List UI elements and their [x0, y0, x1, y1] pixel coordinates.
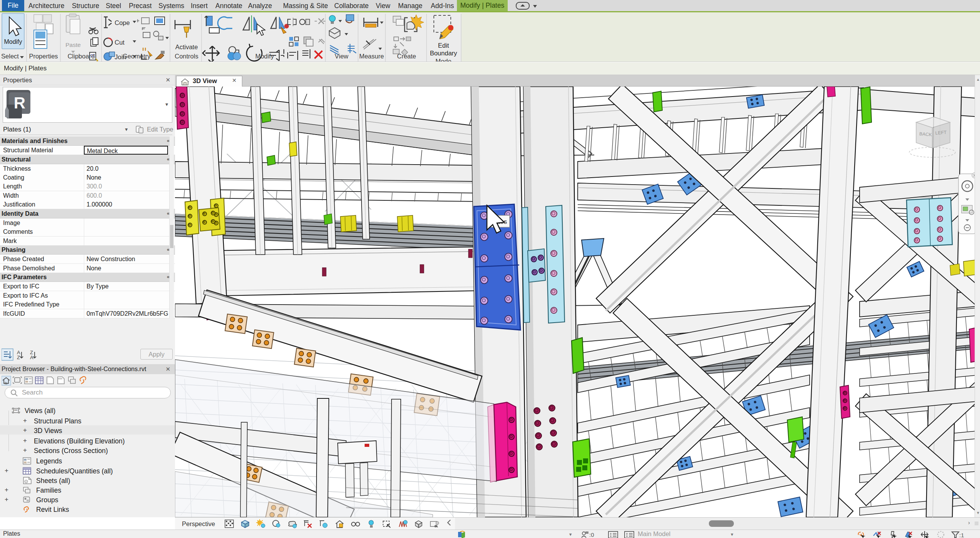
svg-text:Cope: Cope — [115, 19, 130, 26]
svg-text::1: :1 — [959, 532, 964, 538]
svg-text:Z: Z — [17, 355, 20, 360]
svg-text:Cut: Cut — [115, 39, 125, 46]
svg-text:R: R — [14, 94, 25, 112]
svg-text:Modify: Modify — [4, 38, 22, 45]
svg-text:fit: fit — [5, 381, 8, 385]
svg-text:A: A — [30, 355, 33, 360]
svg-text:Perspective: Perspective — [182, 520, 215, 527]
svg-text:Measure: Measure — [359, 53, 384, 60]
svg-text::0: :0 — [589, 531, 594, 538]
svg-text:BACK: BACK — [919, 131, 932, 137]
svg-text:View: View — [335, 53, 348, 60]
svg-text:Properties: Properties — [29, 53, 58, 60]
svg-text:Create: Create — [397, 53, 416, 60]
svg-text:Controls: Controls — [175, 53, 198, 60]
svg-text:Paste: Paste — [65, 42, 81, 48]
svg-text:Select: Select — [1, 53, 19, 60]
svg-text:Clipboard: Clipboard — [68, 53, 95, 60]
svg-text:Boundary: Boundary — [430, 50, 457, 57]
svg-text:Activate: Activate — [175, 43, 198, 50]
svg-text:Edit: Edit — [438, 42, 449, 49]
svg-text:LEFT: LEFT — [935, 130, 947, 136]
svg-text:Modify: Modify — [255, 53, 274, 60]
svg-text:Geometry: Geometry — [123, 53, 151, 60]
svg-text:Mode: Mode — [435, 58, 451, 62]
